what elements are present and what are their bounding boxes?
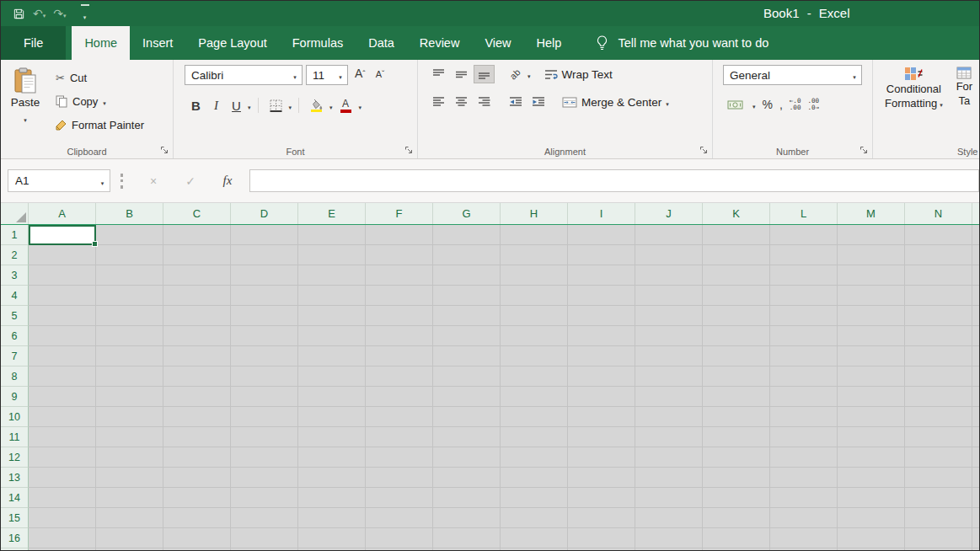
paste-dropdown-icon[interactable] [24, 110, 27, 126]
cell-M10[interactable] [838, 407, 905, 427]
tab-formulas[interactable]: Formulas [280, 26, 356, 60]
column-header-E[interactable]: E [298, 203, 366, 224]
cell-D16[interactable] [231, 528, 298, 548]
cell-L4[interactable] [770, 286, 838, 306]
conditional-formatting-button[interactable]: Conditional Formatting [881, 63, 946, 110]
cell-H9[interactable] [501, 387, 568, 407]
row-header-15[interactable]: 15 [1, 508, 29, 528]
cell-I10[interactable] [568, 407, 635, 427]
cell-K9[interactable] [703, 387, 770, 407]
font-size-combobox[interactable]: 11 [306, 65, 348, 85]
merge-center-button[interactable]: Merge & Center [559, 93, 672, 111]
cell-J1[interactable] [635, 225, 703, 245]
cell-E9[interactable] [298, 387, 366, 407]
cell-D8[interactable] [231, 366, 298, 387]
cell-C10[interactable] [163, 407, 231, 427]
cell-B5[interactable] [96, 306, 163, 326]
cell-D15[interactable] [231, 508, 298, 528]
cell-N2[interactable] [905, 245, 972, 265]
tab-insert[interactable]: Insert [130, 26, 185, 60]
comma-style-button[interactable]: , [779, 98, 783, 111]
cell-L7[interactable] [770, 346, 838, 366]
cell-E11[interactable] [298, 427, 366, 447]
cell-H14[interactable] [501, 488, 568, 508]
cell-A4[interactable] [29, 286, 96, 306]
cell-D11[interactable] [231, 427, 298, 447]
cell-E16[interactable] [298, 528, 366, 548]
cell-K11[interactable] [703, 427, 770, 447]
formula-bar-gripper[interactable] [120, 174, 123, 189]
underline-button[interactable]: U [228, 96, 245, 115]
cell-H7[interactable] [501, 346, 568, 366]
cell-M4[interactable] [838, 286, 905, 306]
cell-J16[interactable] [635, 528, 703, 548]
cell-C14[interactable] [163, 488, 231, 508]
cell-M5[interactable] [838, 306, 905, 326]
column-header-B[interactable]: B [96, 203, 163, 224]
row-header-4[interactable]: 4 [1, 286, 29, 306]
cell-F11[interactable] [366, 427, 433, 447]
cell-J12[interactable] [635, 447, 703, 468]
cell-B8[interactable] [96, 366, 163, 387]
cell-G4[interactable] [433, 286, 501, 306]
cell-M9[interactable] [838, 387, 905, 407]
cut-button[interactable]: Cut [53, 69, 147, 87]
column-header-L[interactable]: L [770, 203, 838, 224]
cell-H12[interactable] [501, 447, 568, 468]
cell-I3[interactable] [568, 265, 635, 286]
cell-A10[interactable] [29, 407, 96, 427]
insert-function-button[interactable]: fx [209, 169, 246, 192]
row-header-1[interactable]: 1 [1, 225, 29, 245]
cell-C11[interactable] [163, 427, 231, 447]
cell-B2[interactable] [96, 245, 163, 265]
decrease-indent-button[interactable] [505, 93, 526, 111]
column-header-N[interactable]: N [905, 203, 972, 224]
cell-filler[interactable] [838, 548, 905, 550]
cell-I6[interactable] [568, 326, 635, 346]
orientation-button[interactable] [505, 65, 526, 83]
cell-G14[interactable] [433, 488, 501, 508]
cell-G12[interactable] [433, 447, 501, 468]
cell-B9[interactable] [96, 387, 163, 407]
merge-center-dropdown-icon[interactable] [666, 96, 669, 109]
cell-N15[interactable] [905, 508, 972, 528]
cell-H3[interactable] [501, 265, 568, 286]
cell-M16[interactable] [838, 528, 905, 548]
cell-C16[interactable] [163, 528, 231, 548]
cell-D3[interactable] [231, 265, 298, 286]
cell-K6[interactable] [703, 326, 770, 346]
row-header-7[interactable]: 7 [1, 346, 29, 366]
cell-J3[interactable] [635, 265, 703, 286]
cell-C12[interactable] [163, 447, 231, 468]
cell-filler[interactable] [635, 548, 703, 550]
name-box-dropdown[interactable] [95, 174, 110, 189]
cell-B11[interactable] [96, 427, 163, 447]
cell-E3[interactable] [298, 265, 366, 286]
cell-A8[interactable] [29, 366, 96, 387]
row-header-10[interactable]: 10 [1, 407, 29, 427]
cell-I4[interactable] [568, 286, 635, 306]
cell-filler[interactable] [298, 548, 366, 550]
cell-L6[interactable] [770, 326, 838, 346]
column-header-G[interactable]: G [433, 203, 501, 224]
cell-B12[interactable] [96, 447, 163, 468]
column-header-D[interactable]: D [231, 203, 298, 224]
cell-B14[interactable] [96, 488, 163, 508]
fill-color-dropdown-icon[interactable] [329, 98, 333, 113]
cell-A9[interactable] [29, 387, 96, 407]
cell-F8[interactable] [366, 366, 433, 387]
cell-L13[interactable] [770, 468, 838, 488]
cell-G7[interactable] [433, 346, 501, 366]
increase-decimal-button[interactable] [790, 98, 801, 111]
cell-N12[interactable] [905, 447, 972, 468]
tab-view[interactable]: View [472, 26, 523, 60]
cell-M6[interactable] [838, 326, 905, 346]
cell-G1[interactable] [433, 225, 501, 245]
cell-K15[interactable] [703, 508, 770, 528]
cell-C2[interactable] [163, 245, 231, 265]
cell-D13[interactable] [231, 468, 298, 488]
cell-C7[interactable] [163, 346, 231, 366]
cell-L3[interactable] [770, 265, 838, 286]
cell-L15[interactable] [770, 508, 838, 528]
cell-E1[interactable] [298, 225, 366, 245]
